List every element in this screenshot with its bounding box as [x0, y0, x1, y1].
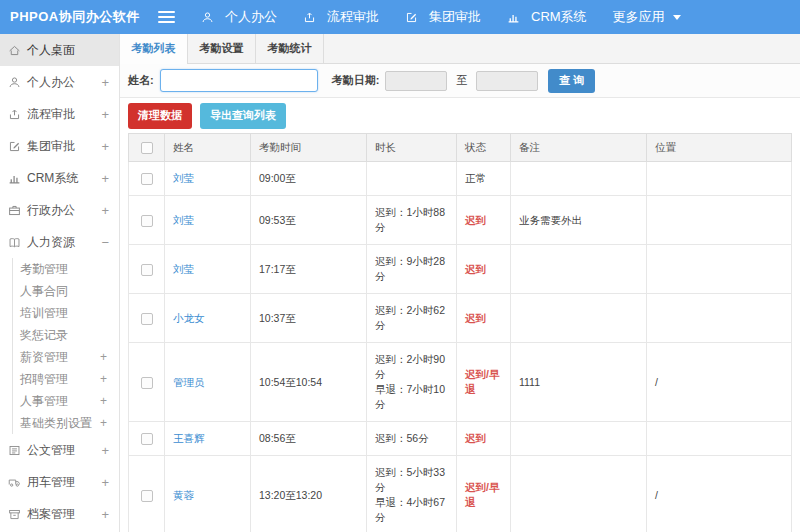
sidebar-subitem-hr-contract[interactable]: 人事合同 — [13, 280, 119, 302]
status-cell: 迟到/早退 — [457, 456, 511, 532]
date-end-input[interactable] — [476, 71, 538, 91]
expand-plus-icon[interactable]: + — [101, 107, 109, 122]
nav-item-crm-system[interactable]: CRM系统 — [507, 8, 587, 26]
export-list-button[interactable]: 导出查询列表 — [200, 103, 286, 129]
expand-plus-icon[interactable]: + — [100, 394, 107, 408]
column-header-3: 状态 — [457, 134, 511, 162]
name-label: 姓名: — [128, 73, 154, 88]
sidebar-subitem-salary-mgmt[interactable]: 薪资管理+ — [13, 346, 119, 368]
note-cell: 业务需要外出 — [511, 196, 647, 245]
row-checkbox[interactable] — [141, 173, 153, 185]
employee-name-link[interactable]: 小龙女 — [173, 312, 205, 324]
user-icon — [201, 11, 214, 24]
row-checkbox[interactable] — [141, 377, 153, 389]
expand-plus-icon[interactable]: + — [101, 443, 109, 458]
name-cell: 王喜辉 — [165, 422, 251, 456]
sidebar-subitem-label: 考勤管理 — [20, 261, 107, 278]
expand-plus-icon[interactable]: + — [100, 372, 107, 386]
note-cell — [511, 294, 647, 343]
sidebar-subitem-label: 人事管理 — [20, 393, 100, 410]
tab-bar: 考勤列表 考勤设置 考勤统计 — [120, 34, 800, 64]
employee-name-link[interactable]: 刘莹 — [173, 263, 194, 275]
sidebar-subitem-attendance-mgmt[interactable]: 考勤管理 — [13, 258, 119, 280]
collapse-minus-icon[interactable]: − — [101, 235, 109, 250]
expand-plus-icon[interactable]: + — [100, 350, 107, 364]
expand-plus-icon[interactable]: + — [101, 75, 109, 90]
employee-name-link[interactable]: 刘莹 — [173, 172, 194, 184]
select-all-checkbox[interactable] — [141, 142, 153, 154]
sidebar-item-group-approval[interactable]: 集团审批+ — [0, 130, 119, 162]
sidebar-item-archive-mgmt[interactable]: 档案管理+ — [0, 498, 119, 530]
employee-name-link[interactable]: 黄蓉 — [173, 489, 194, 501]
row-checkbox[interactable] — [141, 264, 153, 276]
status-badge: 迟到 — [465, 312, 486, 324]
sidebar-item-personal-office[interactable]: 个人办公+ — [0, 66, 119, 98]
table-body: 刘莹09:00至正常刘莹09:53至迟到：1小时88分迟到业务需要外出刘莹17:… — [129, 162, 792, 532]
duration-cell: 迟到：2小时62分 — [367, 294, 457, 343]
name-cell: 管理员 — [165, 343, 251, 422]
sidebar-subitem-training-mgmt[interactable]: 培训管理 — [13, 302, 119, 324]
duration-cell: 迟到：1小时88分 — [367, 196, 457, 245]
briefcase-icon — [8, 204, 21, 217]
name-input[interactable] — [160, 69, 318, 92]
nav-item-more-apps[interactable]: 更多应用 — [613, 8, 681, 26]
search-button[interactable]: 查 询 — [548, 69, 595, 93]
tab-attendance-list[interactable]: 考勤列表 — [120, 34, 188, 64]
time-cell: 08:56至 — [251, 422, 367, 456]
hamburger-menu-icon[interactable] — [158, 11, 175, 23]
column-header-4: 备注 — [511, 134, 647, 162]
row-checkbox-cell — [129, 245, 165, 294]
expand-plus-icon[interactable]: + — [101, 203, 109, 218]
expand-plus-icon[interactable]: + — [101, 171, 109, 186]
name-cell: 刘莹 — [165, 196, 251, 245]
employee-name-link[interactable]: 管理员 — [173, 376, 205, 388]
tab-attendance-stats[interactable]: 考勤统计 — [256, 34, 324, 63]
note-cell: 1111 — [511, 343, 647, 422]
sidebar-item-admin-office[interactable]: 行政办公+ — [0, 194, 119, 226]
nav-item-workflow-approval[interactable]: 流程审批 — [303, 8, 379, 26]
sidebar-item-human-resources[interactable]: 人力资源− — [0, 226, 119, 258]
sidebar-subitem-label: 人事合同 — [20, 283, 107, 300]
row-checkbox-cell — [129, 196, 165, 245]
nav-item-group-approval[interactable]: 集团审批 — [405, 8, 481, 26]
expand-plus-icon[interactable]: + — [101, 475, 109, 490]
row-checkbox-cell — [129, 456, 165, 532]
row-checkbox[interactable] — [141, 433, 153, 445]
sidebar: 个人桌面个人办公+流程审批+集团审批+CRM系统+行政办公+人力资源−考勤管理人… — [0, 34, 120, 532]
clean-data-button[interactable]: 清理数据 — [128, 103, 192, 129]
select-all-header-cell — [129, 134, 165, 162]
tab-attendance-settings[interactable]: 考勤设置 — [188, 34, 256, 63]
action-bar: 清理数据 导出查询列表 — [120, 98, 800, 133]
sidebar-subitem-reward-punishment[interactable]: 奖惩记录 — [13, 324, 119, 346]
column-header-0: 姓名 — [165, 134, 251, 162]
expand-plus-icon[interactable]: + — [101, 507, 109, 522]
sidebar-subitem-base-category-settings[interactable]: 基础类别设置+ — [13, 412, 119, 434]
note-cell — [511, 456, 647, 532]
sidebar-subitem-personnel-mgmt[interactable]: 人事管理+ — [13, 390, 119, 412]
sidebar-subitem-recruitment-mgmt[interactable]: 招聘管理+ — [13, 368, 119, 390]
row-checkbox-cell — [129, 162, 165, 196]
sidebar-item-crm-system[interactable]: CRM系统+ — [0, 162, 119, 194]
table-row: 刘莹09:53至迟到：1小时88分迟到业务需要外出 — [129, 196, 792, 245]
content-area: 考勤列表 考勤设置 考勤统计 姓名: 考勤日期: 至 查 询 清理数据 导出查询… — [120, 34, 800, 532]
date-label: 考勤日期: — [332, 73, 380, 88]
nav-item-label: 个人办公 — [225, 8, 277, 26]
row-checkbox[interactable] — [141, 215, 153, 227]
note-cell — [511, 162, 647, 196]
date-start-input[interactable] — [385, 71, 447, 91]
nav-item-personal-office[interactable]: 个人办公 — [201, 8, 277, 26]
row-checkbox[interactable] — [141, 490, 153, 502]
app-logo: PHPOA协同办公软件 — [0, 8, 158, 26]
employee-name-link[interactable]: 刘莹 — [173, 214, 194, 226]
expand-plus-icon[interactable]: + — [100, 416, 107, 430]
row-checkbox[interactable] — [141, 313, 153, 325]
flow-icon — [8, 108, 21, 121]
time-cell: 10:54至10:54 — [251, 343, 367, 422]
sidebar-item-vehicle-mgmt[interactable]: 用车管理+ — [0, 466, 119, 498]
sidebar-item-label: 人力资源 — [27, 234, 101, 251]
sidebar-item-personal-desktop[interactable]: 个人桌面 — [0, 34, 119, 66]
sidebar-item-document-mgmt[interactable]: 公文管理+ — [0, 434, 119, 466]
expand-plus-icon[interactable]: + — [101, 139, 109, 154]
sidebar-item-workflow-approval[interactable]: 流程审批+ — [0, 98, 119, 130]
employee-name-link[interactable]: 王喜辉 — [173, 432, 205, 444]
